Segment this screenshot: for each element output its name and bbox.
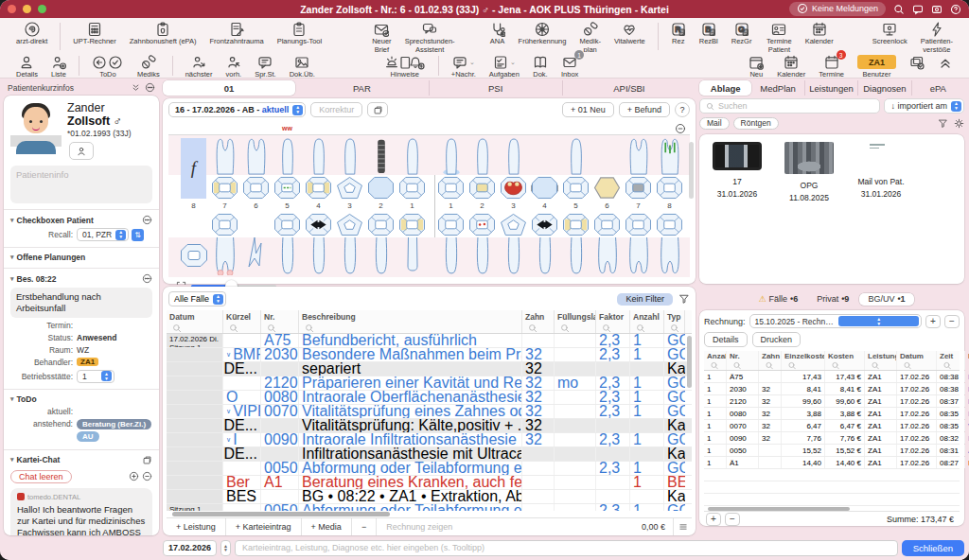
zahnbonusheft-button[interactable]: Zahnbonusheft (ePA): [130, 21, 197, 46]
termine-patient-button[interactable]: Termine Patient: [766, 21, 792, 54]
column-header-5[interactable]: Füllungsla: [555, 310, 596, 333]
service-row[interactable]: 17.02.2026 Di. Sitzung 1 (BG/UV) Ä75 Bef…: [167, 334, 692, 348]
tooth-3-upper-root[interactable]: [498, 135, 529, 175]
sprechstunden-assistent-button[interactable]: Sprechstunden- Assistent: [405, 21, 455, 54]
zoom-in-icon[interactable]: [129, 471, 139, 481]
double-chevron-down-icon[interactable]: [131, 82, 141, 93]
tooth-6-upper-root[interactable]: [591, 135, 623, 175]
invoice-tab-bg-uv[interactable]: BG/UV•1: [859, 293, 913, 306]
chart-help-button[interactable]: ?: [675, 102, 690, 117]
tab-diagnosen[interactable]: Diagnosen: [858, 80, 911, 96]
tooth-4-upper-crown[interactable]: [529, 176, 560, 200]
befund-select[interactable]: 16 - 17.02.2026 - AB - aktuell ▲▼: [168, 102, 306, 117]
add-invoice-button[interactable]: +: [925, 315, 941, 328]
liste-button[interactable]: Liste: [51, 54, 66, 79]
invoice-column-7[interactable]: Zeit: [937, 351, 965, 370]
patientenverstoesse-button[interactable]: Patienten- verstöße: [921, 21, 953, 54]
planungs-tool-button[interactable]: Planungs-Tool: [277, 21, 323, 46]
sprechstunde-button[interactable]: Spr.St.: [255, 54, 276, 79]
tooth-2-lower-root[interactable]: [467, 237, 498, 277]
tooth-5-upper-crown[interactable]: [272, 176, 303, 200]
filter-icon[interactable]: [678, 293, 690, 305]
tooth-8-lower-root[interactable]: [654, 237, 685, 277]
tooth-5-lower-crown[interactable]: [272, 213, 303, 236]
tooth-7-lower-crown[interactable]: [209, 213, 240, 236]
tooth-7-upper-crown[interactable]: [209, 176, 240, 200]
recall-sync-button[interactable]: ⇅: [132, 229, 144, 241]
kartei-entry-input[interactable]: Karteieintrag, Leistung, Diagnose etc. h…: [235, 540, 898, 556]
column-header-8[interactable]: Typ: [664, 310, 685, 333]
ana-button[interactable]: ANA: [490, 21, 505, 46]
tab-medplan[interactable]: MedPlan: [751, 80, 804, 96]
rez-button[interactable]: R Rez: [671, 21, 686, 46]
tooth-5-upper-crown[interactable]: [560, 176, 591, 200]
section-todo[interactable]: ▾ToDo: [10, 394, 152, 404]
tooth-2-upper-root[interactable]: [467, 135, 498, 175]
service-row[interactable]: 2120 Präparieren einer Kavität und Resta…: [167, 376, 692, 391]
korrektur-button[interactable]: Korrektur: [310, 102, 362, 117]
tooth-3-lower-crown[interactable]: [498, 213, 529, 236]
tooth-6-lower-root[interactable]: [591, 237, 623, 277]
invoice-row[interactable]: 1 0070 32 6,47 6,47 € ZA1 17.02.26 08:35…: [704, 420, 960, 432]
column-header-6[interactable]: Faktor: [596, 310, 630, 333]
remove-invoice-button[interactable]: −: [944, 315, 960, 328]
neuer-brief-button[interactable]: Neuer Brief: [372, 21, 391, 54]
invoice-hscroll-thumb[interactable]: [708, 507, 850, 511]
invoice-column-4[interactable]: Kosten: [825, 351, 865, 370]
invoice-row[interactable]: 1 2030 32 8,41 8,41 € ZA1 17.02.26 08:38…: [704, 383, 960, 395]
tooth-1-lower-root[interactable]: [435, 237, 467, 277]
close-button[interactable]: Schließen: [902, 540, 964, 556]
gear-icon[interactable]: [954, 118, 964, 129]
screenlock-button[interactable]: Screenlock: [872, 21, 907, 46]
benutzer-button[interactable]: ZA1 Benutzer: [857, 54, 896, 79]
tooth-1-upper-crown[interactable]: [435, 176, 467, 200]
aufgaben-button[interactable]: ⌄ Aufgaben: [489, 54, 520, 79]
chart-scrollbar[interactable]: [689, 142, 694, 199]
details-button[interactable]: Details: [16, 54, 38, 79]
tooth-8-lower-crown[interactable]: [654, 213, 685, 236]
invoice-column-0[interactable]: Anzahl: [704, 351, 727, 370]
tooth-6-upper-root[interactable]: [240, 135, 272, 175]
invoice-add-row-button[interactable]: +: [706, 513, 721, 526]
tooth-8-lower-root[interactable]: [178, 237, 209, 277]
service-row[interactable]: O 0080 Intraorale Oberflächenanästhesie,…: [167, 391, 692, 405]
rezgr-button[interactable]: G RezGr: [731, 21, 752, 46]
tooth-1-upper-root[interactable]: [435, 135, 467, 175]
termine-button[interactable]: 3 Termine: [819, 54, 844, 79]
service-row[interactable]: BES BG • 08:22 • ZA1 • Extraktion, Abfor…: [167, 490, 692, 504]
ablage-item[interactable]: Mail von Pat.31.01.2026: [851, 142, 911, 201]
service-row[interactable]: 0050 Abformung oder Teilabformung eines …: [167, 462, 692, 476]
minimize-window-button[interactable]: [23, 5, 31, 13]
tab-par[interactable]: PAR: [295, 80, 429, 96]
nachricht-plus-button[interactable]: ⌄ +Nachr.: [451, 54, 476, 79]
column-header-0[interactable]: Datum: [167, 310, 223, 333]
rezbl-button[interactable]: B RezBl: [699, 21, 718, 46]
tooth-7-lower-root[interactable]: [209, 237, 240, 277]
tooth-1-upper-root[interactable]: [396, 135, 428, 175]
dok-button[interactable]: Dok.: [533, 54, 548, 79]
filter-tag-röntgen[interactable]: Röntgen: [733, 117, 779, 130]
invoice-row[interactable]: 1 2120 32 99,60 99,60 € ZA1 17.02.26 08:…: [704, 395, 960, 408]
todo-button[interactable]: ToDo: [92, 54, 124, 79]
tooth-3-lower-root[interactable]: [498, 237, 529, 277]
tooth-3-upper-root[interactable]: [334, 135, 365, 175]
tooth-1-lower-crown[interactable]: [435, 213, 467, 236]
dokuebersicht-button[interactable]: Dok.Üb.: [290, 54, 315, 79]
tooth-1-lower-root[interactable]: [396, 237, 428, 277]
invoice-column-2[interactable]: Zahn: [759, 351, 782, 370]
service-row[interactable]: Sitzung 1 (KCH) 0050 Abformung oder Teil…: [167, 504, 692, 511]
vitalwerte-button[interactable]: Vitalwerte: [614, 21, 645, 46]
collapse-toolbar-button[interactable]: [938, 54, 953, 71]
sort-select[interactable]: ↓ importiert am ▲▼: [884, 98, 964, 114]
tooth-3-lower-root[interactable]: [334, 237, 365, 277]
tooth-6-upper-crown[interactable]: [591, 176, 623, 200]
tooth-1-upper-crown[interactable]: [396, 176, 428, 200]
arzt-direkt-button[interactable]: arzt-direkt: [16, 21, 47, 46]
remove-entry-button[interactable]: −: [352, 518, 377, 535]
tooth-8-upper-root[interactable]: [654, 135, 685, 175]
invoice-row[interactable]: 1 0080 32 3,88 3,88 € ZA1 17.02.26 08:35…: [704, 408, 960, 420]
inbox-button[interactable]: 1 Inbox: [561, 54, 578, 79]
tooth-6-lower-root[interactable]: [240, 237, 272, 277]
behandler-badge[interactable]: ZA1: [77, 358, 98, 366]
invoice-tab-f-lle[interactable]: ⚠Fälle•6: [749, 293, 806, 306]
